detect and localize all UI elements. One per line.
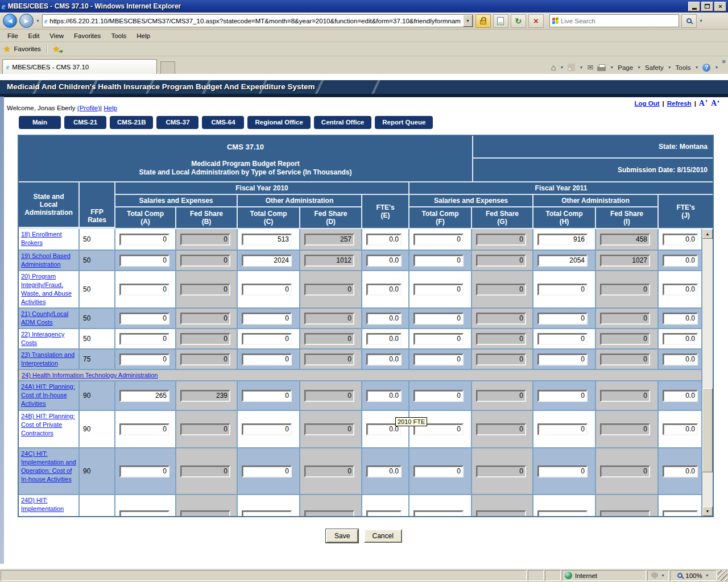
input-col-a[interactable] bbox=[119, 510, 169, 517]
minimize-button[interactable] bbox=[688, 2, 700, 11]
input-col-c[interactable] bbox=[242, 390, 292, 402]
input-col-h[interactable] bbox=[537, 255, 588, 267]
input-col-h[interactable] bbox=[537, 465, 588, 477]
input-col-c[interactable] bbox=[242, 465, 292, 477]
add-favorite-icon[interactable]: ★➜ bbox=[53, 44, 60, 53]
nav-tab-central-office[interactable]: Central Office bbox=[314, 116, 371, 129]
home-dropdown-icon[interactable]: ▼ bbox=[560, 65, 564, 69]
row-label-link[interactable]: 24C) HIT: Implementation and Operation: … bbox=[21, 450, 77, 484]
row-label-link[interactable]: 24A) HIT: Planning: Cost of In-house Act… bbox=[21, 383, 77, 408]
input-col-h[interactable] bbox=[537, 234, 588, 246]
close-button[interactable]: × bbox=[714, 2, 726, 11]
feeds-dropdown-icon[interactable]: ▼ bbox=[579, 65, 583, 69]
input-col-e[interactable] bbox=[366, 390, 402, 402]
input-col-a[interactable] bbox=[119, 423, 169, 435]
input-col-h[interactable] bbox=[537, 284, 588, 296]
mail-icon[interactable]: ✉ bbox=[587, 63, 593, 72]
input-col-h[interactable] bbox=[537, 333, 588, 345]
input-col-j[interactable] bbox=[663, 333, 698, 345]
input-col-c[interactable] bbox=[242, 333, 292, 345]
input-col-e[interactable] bbox=[366, 354, 402, 365]
input-col-a[interactable] bbox=[119, 284, 169, 296]
input-col-e[interactable] bbox=[366, 284, 402, 296]
input-col-a[interactable] bbox=[119, 333, 169, 345]
row-label-link[interactable]: 21) County/Local ADM Costs bbox=[21, 310, 77, 327]
search-input[interactable] bbox=[561, 18, 679, 24]
help-link[interactable]: Help bbox=[104, 105, 117, 111]
input-col-e[interactable] bbox=[366, 313, 402, 325]
nav-tab-cms-21b[interactable]: CMS-21B bbox=[110, 116, 153, 129]
row-label-link[interactable]: 24B) HIT: Planning: Cost of Private Cont… bbox=[21, 412, 77, 438]
row-label-link[interactable]: 23) Translation and Interpretation bbox=[21, 351, 77, 368]
logout-link[interactable]: Log Out bbox=[635, 100, 660, 107]
zoom-segment[interactable]: 100% ▼ bbox=[670, 570, 717, 581]
input-col-j[interactable] bbox=[663, 390, 698, 402]
new-tab-button[interactable] bbox=[160, 61, 175, 74]
table-scrollbar[interactable]: ▲ ▼ bbox=[702, 229, 713, 516]
input-col-h[interactable] bbox=[537, 313, 588, 325]
menu-edit[interactable]: Edit bbox=[23, 31, 45, 40]
page-menu[interactable]: Page bbox=[618, 64, 633, 71]
row-label-link[interactable]: 22) Interagency Costs bbox=[21, 330, 77, 347]
input-col-j[interactable] bbox=[663, 313, 698, 325]
resize-grip[interactable] bbox=[718, 570, 727, 581]
input-col-j[interactable] bbox=[663, 234, 698, 246]
menu-favorites[interactable]: Favorites bbox=[69, 31, 106, 40]
refresh-button[interactable]: ↻ bbox=[511, 14, 526, 28]
refresh-link[interactable]: Refresh bbox=[667, 100, 692, 107]
nav-tab-main[interactable]: Main bbox=[19, 116, 61, 129]
maximize-button[interactable] bbox=[701, 2, 713, 11]
profile-link[interactable]: (Profile) bbox=[77, 105, 100, 111]
menu-tools[interactable]: Tools bbox=[106, 31, 131, 40]
input-col-h[interactable] bbox=[537, 390, 588, 402]
forward-button[interactable]: ▶ bbox=[19, 14, 34, 28]
print-dropdown-icon[interactable]: ▼ bbox=[610, 65, 614, 69]
stop-button[interactable]: × bbox=[528, 14, 544, 28]
input-col-j[interactable] bbox=[663, 354, 698, 365]
search-options-icon[interactable]: ▼ bbox=[699, 19, 703, 23]
input-col-j[interactable] bbox=[663, 284, 698, 296]
input-col-c[interactable] bbox=[242, 284, 292, 296]
save-button[interactable]: Save bbox=[326, 529, 358, 543]
home-icon[interactable]: ⌂ bbox=[551, 64, 556, 71]
input-col-a[interactable] bbox=[119, 354, 169, 365]
input-col-e[interactable] bbox=[366, 255, 402, 267]
input-col-h[interactable] bbox=[537, 354, 588, 365]
input-col-e[interactable] bbox=[366, 333, 402, 345]
row-label-link[interactable]: 19) School Based Administration bbox=[21, 252, 77, 269]
input-col-h[interactable] bbox=[537, 423, 588, 435]
cancel-button[interactable]: Cancel bbox=[364, 529, 402, 543]
input-col-f[interactable] bbox=[413, 390, 464, 402]
input-col-e[interactable] bbox=[366, 510, 402, 517]
input-col-a[interactable] bbox=[119, 234, 169, 246]
input-col-f[interactable] bbox=[413, 333, 464, 345]
help-icon[interactable]: ? bbox=[702, 64, 710, 72]
input-col-c[interactable] bbox=[242, 423, 292, 435]
input-col-f[interactable] bbox=[413, 255, 464, 267]
input-col-j[interactable] bbox=[663, 255, 698, 267]
nav-tab-cms-64[interactable]: CMS-64 bbox=[202, 116, 244, 129]
input-col-j[interactable] bbox=[663, 465, 698, 477]
nav-tab-regional-office[interactable]: Regional Office bbox=[247, 116, 310, 129]
input-col-a[interactable] bbox=[119, 465, 169, 477]
input-col-j[interactable] bbox=[663, 423, 698, 435]
nav-tab-report-queue[interactable]: Report Queue bbox=[375, 116, 433, 129]
menu-view[interactable]: View bbox=[44, 31, 69, 40]
input-col-c[interactable] bbox=[242, 354, 292, 365]
input-col-a[interactable] bbox=[119, 255, 169, 267]
security-lock-icon[interactable] bbox=[475, 14, 491, 28]
back-button[interactable]: ◀ bbox=[3, 14, 17, 28]
row-label-link[interactable]: 24D) HIT: Implementation bbox=[21, 496, 77, 513]
input-col-f[interactable] bbox=[413, 234, 464, 246]
input-col-f[interactable] bbox=[413, 510, 464, 517]
input-col-f[interactable] bbox=[413, 354, 464, 365]
search-go-button[interactable] bbox=[681, 14, 697, 28]
input-col-e[interactable] bbox=[366, 465, 402, 477]
feeds-icon[interactable] bbox=[568, 64, 575, 71]
input-col-c[interactable] bbox=[242, 313, 292, 325]
input-col-f[interactable] bbox=[413, 284, 464, 296]
favorites-button[interactable]: Favorites bbox=[14, 45, 41, 52]
input-col-h[interactable] bbox=[537, 510, 588, 517]
input-col-c[interactable] bbox=[242, 234, 292, 246]
input-col-a[interactable] bbox=[119, 390, 169, 402]
